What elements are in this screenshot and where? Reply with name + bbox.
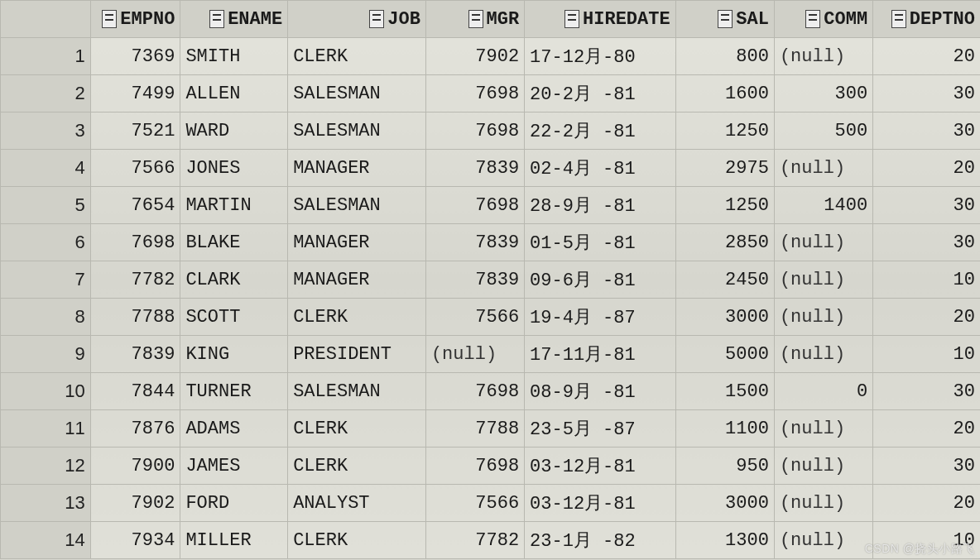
- cell-comm[interactable]: (null): [774, 522, 872, 559]
- cell-ename[interactable]: SCOTT: [180, 299, 288, 336]
- cell-job[interactable]: CLERK: [288, 299, 426, 336]
- cell-ename[interactable]: JONES: [180, 150, 288, 187]
- cell-deptno[interactable]: 30: [873, 448, 980, 485]
- cell-mgr[interactable]: 7566: [425, 485, 524, 522]
- cell-hiredate[interactable]: 23-1月 -82: [525, 522, 676, 559]
- cell-empno[interactable]: 7900: [90, 448, 180, 485]
- column-header-mgr[interactable]: MGR: [425, 1, 524, 38]
- cell-comm[interactable]: (null): [774, 336, 872, 373]
- cell-job[interactable]: MANAGER: [288, 261, 426, 299]
- cell-empno[interactable]: 7788: [90, 299, 180, 336]
- cell-deptno[interactable]: 30: [873, 373, 980, 410]
- table-row[interactable]: 17369SMITHCLERK790217-12月-80800(null)20: [1, 38, 981, 75]
- cell-deptno[interactable]: 30: [873, 187, 980, 224]
- table-row[interactable]: 137902FORDANALYST756603-12月-813000(null)…: [1, 485, 981, 522]
- sort-icon[interactable]: [805, 10, 820, 28]
- cell-ename[interactable]: WARD: [180, 112, 288, 150]
- cell-job[interactable]: MANAGER: [288, 224, 426, 261]
- cell-mgr[interactable]: 7902: [425, 38, 524, 75]
- sort-icon[interactable]: [891, 10, 906, 28]
- cell-job[interactable]: CLERK: [288, 38, 426, 75]
- cell-job[interactable]: CLERK: [288, 448, 426, 485]
- cell-sal[interactable]: 1100: [675, 410, 774, 448]
- cell-sal[interactable]: 3000: [675, 299, 774, 336]
- cell-mgr[interactable]: 7788: [425, 410, 524, 448]
- cell-sal[interactable]: 1250: [675, 187, 774, 224]
- table-row[interactable]: 127900JAMESCLERK769803-12月-81950(null)30: [1, 448, 981, 485]
- cell-mgr[interactable]: 7566: [425, 299, 524, 336]
- cell-deptno[interactable]: 10: [873, 336, 980, 373]
- cell-hiredate[interactable]: 23-5月 -87: [525, 410, 676, 448]
- cell-job[interactable]: CLERK: [288, 410, 426, 448]
- cell-sal[interactable]: 1300: [675, 522, 774, 559]
- cell-sal[interactable]: 1600: [675, 75, 774, 112]
- cell-ename[interactable]: TURNER: [180, 373, 288, 410]
- cell-sal[interactable]: 5000: [675, 336, 774, 373]
- cell-empno[interactable]: 7521: [90, 112, 180, 150]
- cell-job[interactable]: ANALYST: [288, 485, 426, 522]
- cell-sal[interactable]: 2450: [675, 261, 774, 299]
- cell-job[interactable]: MANAGER: [288, 150, 426, 187]
- cell-job[interactable]: PRESIDENT: [288, 336, 426, 373]
- table-row[interactable]: 47566JONESMANAGER783902-4月 -812975(null)…: [1, 150, 981, 187]
- cell-comm[interactable]: 0: [774, 373, 872, 410]
- cell-ename[interactable]: FORD: [180, 485, 288, 522]
- row-number[interactable]: 14: [1, 522, 91, 559]
- cell-job[interactable]: SALESMAN: [288, 75, 426, 112]
- cell-ename[interactable]: MARTIN: [180, 187, 288, 224]
- cell-deptno[interactable]: 20: [873, 485, 980, 522]
- cell-empno[interactable]: 7654: [90, 187, 180, 224]
- cell-mgr[interactable]: (null): [425, 336, 524, 373]
- table-row[interactable]: 87788SCOTTCLERK756619-4月 -873000(null)20: [1, 299, 981, 336]
- cell-mgr[interactable]: 7839: [425, 261, 524, 299]
- cell-deptno[interactable]: 30: [873, 112, 980, 150]
- cell-ename[interactable]: CLARK: [180, 261, 288, 299]
- row-number[interactable]: 5: [1, 187, 91, 224]
- sort-icon[interactable]: [209, 10, 224, 28]
- cell-hiredate[interactable]: 01-5月 -81: [525, 224, 676, 261]
- table-row[interactable]: 97839KINGPRESIDENT(null)17-11月-815000(nu…: [1, 336, 981, 373]
- cell-deptno[interactable]: 10: [873, 522, 980, 559]
- cell-comm[interactable]: (null): [774, 485, 872, 522]
- cell-comm[interactable]: 300: [774, 75, 872, 112]
- cell-empno[interactable]: 7844: [90, 373, 180, 410]
- cell-hiredate[interactable]: 19-4月 -87: [525, 299, 676, 336]
- cell-sal[interactable]: 1500: [675, 373, 774, 410]
- cell-comm[interactable]: (null): [774, 150, 872, 187]
- table-row[interactable]: 67698BLAKEMANAGER783901-5月 -812850(null)…: [1, 224, 981, 261]
- cell-sal[interactable]: 1250: [675, 112, 774, 150]
- cell-hiredate[interactable]: 17-11月-81: [525, 336, 676, 373]
- cell-hiredate[interactable]: 03-12月-81: [525, 448, 676, 485]
- sort-icon[interactable]: [564, 10, 579, 28]
- cell-comm[interactable]: (null): [774, 299, 872, 336]
- column-header-deptno[interactable]: DEPTNO: [873, 1, 980, 38]
- cell-comm[interactable]: (null): [774, 448, 872, 485]
- sort-icon[interactable]: [468, 10, 483, 28]
- cell-deptno[interactable]: 10: [873, 261, 980, 299]
- cell-mgr[interactable]: 7698: [425, 187, 524, 224]
- cell-sal[interactable]: 3000: [675, 485, 774, 522]
- column-header-hiredate[interactable]: HIREDATE: [525, 1, 676, 38]
- cell-comm[interactable]: (null): [774, 38, 872, 75]
- column-header-ename[interactable]: ENAME: [180, 1, 288, 38]
- cell-hiredate[interactable]: 28-9月 -81: [525, 187, 676, 224]
- cell-mgr[interactable]: 7839: [425, 150, 524, 187]
- row-number[interactable]: 1: [1, 38, 91, 75]
- row-number[interactable]: 7: [1, 261, 91, 299]
- cell-sal[interactable]: 800: [675, 38, 774, 75]
- cell-deptno[interactable]: 20: [873, 299, 980, 336]
- sort-icon[interactable]: [102, 10, 117, 28]
- cell-empno[interactable]: 7369: [90, 38, 180, 75]
- cell-mgr[interactable]: 7698: [425, 373, 524, 410]
- cell-mgr[interactable]: 7698: [425, 112, 524, 150]
- row-number[interactable]: 4: [1, 150, 91, 187]
- cell-sal[interactable]: 950: [675, 448, 774, 485]
- sort-icon[interactable]: [369, 10, 384, 28]
- row-number[interactable]: 2: [1, 75, 91, 112]
- cell-job[interactable]: CLERK: [288, 522, 426, 559]
- cell-hiredate[interactable]: 09-6月 -81: [525, 261, 676, 299]
- row-number[interactable]: 13: [1, 485, 91, 522]
- cell-job[interactable]: SALESMAN: [288, 373, 426, 410]
- cell-ename[interactable]: ALLEN: [180, 75, 288, 112]
- cell-empno[interactable]: 7698: [90, 224, 180, 261]
